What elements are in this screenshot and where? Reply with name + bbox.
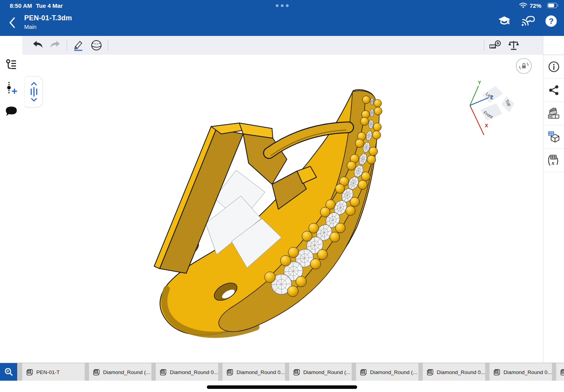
measure-button[interactable] [487,37,505,53]
view-cube[interactable]: Left Top Front Y Z X [466,78,519,139]
document-tab-label: Diamond_Round (... [370,369,417,375]
variables-button[interactable]: x [543,149,564,172]
document-cube-icon [226,369,234,376]
home-strip [0,381,564,392]
toolbar-separator [67,40,67,51]
search-button[interactable] [0,363,17,381]
share-button[interactable] [543,78,564,102]
svg-text:?: ? [549,17,553,25]
sphere-body-icon [91,39,102,51]
gold-bead [320,207,330,217]
slider-bars-icon [30,87,38,97]
materials-button[interactable] [543,102,564,125]
info-button[interactable] [543,55,564,78]
cube-grid-icon [548,131,560,143]
history-slider-handle[interactable] [25,76,43,107]
toolbar-separator [484,40,484,51]
document-tab[interactable]: Diamond_Round (... [356,363,418,381]
nav-bar: PEN-01-T.3dm Main [0,11,564,36]
export-button[interactable] [543,125,564,149]
chevron-up-icon [31,82,37,86]
gold-bead [280,255,291,266]
gold-bead [361,172,370,181]
learn-button[interactable] [497,13,512,29]
document-cube-icon [93,369,100,376]
undo-icon [32,40,43,50]
materials-swatches-icon [548,108,560,119]
pendant-model[interactable] [22,55,543,363]
gold-bead [355,139,364,148]
gold-bead [288,247,299,258]
live-session-button[interactable] [520,13,535,29]
status-time: 8:50 AM [10,2,32,9]
rotation-lock-button[interactable] [516,58,532,74]
right-sidebar: x [543,36,564,363]
document-tab-label: Diamond_Round (... [103,369,150,375]
document-tab-label: Diamond_Round 0... [504,369,552,375]
multitask-dots[interactable] [276,4,288,7]
document-cube-icon [26,369,34,376]
items-list-icon [5,58,18,71]
gold-bead [350,197,359,207]
gold-bead [361,117,369,125]
weight-button[interactable] [505,37,523,53]
gold-bead [373,123,381,131]
body-tool-button[interactable] [87,37,105,53]
search-icon [4,367,14,377]
live-session-icon [520,15,535,27]
graduation-cap-icon [498,15,511,27]
workspace-name: Main [24,24,36,30]
help-button[interactable]: ? [544,13,559,29]
dot [286,4,288,7]
document-tab[interactable]: Diamond_Round (... [289,363,352,381]
items-panel-button[interactable] [0,56,22,73]
comments-button[interactable] [0,103,22,120]
gold-bead [310,258,321,269]
gold-bead [330,232,340,242]
info-icon [548,61,560,73]
sketch-pencil-icon [73,39,84,51]
document-tab[interactable]: Diamond_Round 0... [156,363,218,381]
share-icon [548,85,559,96]
home-indicator[interactable] [207,385,357,389]
gold-bead [372,131,381,139]
axis-x-label: X [485,123,488,128]
rotation-lock-icon [516,58,532,74]
battery-icon [547,3,559,8]
right-sidebar-spacer [543,36,564,55]
chevron-left-icon [9,17,15,28]
sketch-tool-button[interactable] [69,37,87,53]
axis-z-label: Z [490,94,493,100]
document-cube-icon [360,369,367,376]
gold-bead [374,107,382,115]
diamond [370,98,374,105]
document-title: PEN-01-T.3dm [24,14,72,22]
gold-bead [335,223,345,233]
function-variables-icon: x [548,154,560,167]
redo-button[interactable] [46,37,64,53]
document-cube-icon [560,369,564,376]
add-step-icon [5,81,18,95]
document-tab[interactable]: Diamond_Round (... [89,363,151,381]
document-tab[interactable]: Diamond_Round 0... [222,363,285,381]
gold-bead [367,155,376,164]
gold-bead [362,96,370,103]
gold-bead [335,184,345,193]
gold-bead [296,276,306,287]
document-tab[interactable]: Diamond_Round 0... [423,363,485,381]
document-tab[interactable] [556,363,564,381]
document-cube-icon [427,369,434,376]
document-tab-label: Diamond_Round 0... [437,369,485,375]
chevron-down-icon [31,98,37,102]
document-tab-label: Diamond_Round 0... [170,369,218,375]
back-button[interactable] [5,15,19,30]
undo-button[interactable] [28,37,46,53]
document-tab-label: Diamond_Round (... [303,369,350,375]
add-step-button[interactable] [0,80,22,97]
document-tab[interactable]: PEN-01-T [22,363,85,381]
document-tab-bar: PEN-01-TDiamond_Round (...Diamond_Round … [0,363,564,381]
toolbar-separator [108,40,108,51]
document-tab[interactable]: Diamond_Round 0... [489,363,552,381]
viewport-3d[interactable]: Left Top Front Y Z X [22,55,543,363]
svg-text:x: x [551,160,555,166]
